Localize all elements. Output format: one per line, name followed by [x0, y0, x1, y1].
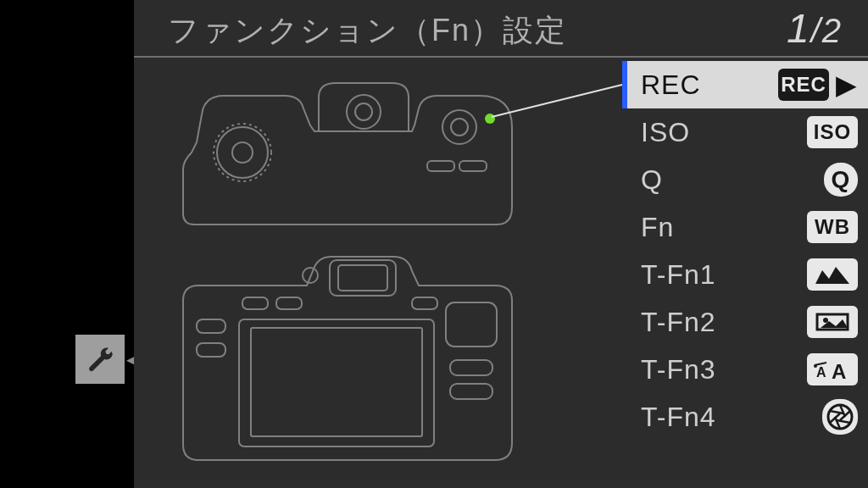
svg-point-9: [485, 114, 495, 124]
svg-text:A: A: [832, 360, 847, 382]
fn-label: T-Fn4: [641, 402, 716, 433]
fn-badge: A A: [807, 353, 858, 385]
preview-icon: [807, 306, 858, 338]
camera-top-outline: [158, 68, 536, 246]
svg-rect-19: [242, 297, 268, 309]
header: ファンクション（Fn）設定 1/2: [134, 0, 868, 56]
svg-rect-11: [338, 265, 387, 291]
svg-rect-20: [276, 297, 302, 309]
rec-icon: REC: [781, 73, 826, 97]
fn-label: ISO: [641, 117, 690, 148]
aa-icon: A A: [807, 353, 858, 385]
iso-icon: ISO: [814, 120, 851, 144]
svg-rect-12: [239, 319, 434, 446]
fn-row-iso[interactable]: ISO ISO: [622, 108, 868, 156]
svg-rect-14: [446, 302, 497, 347]
svg-point-2: [217, 127, 268, 178]
svg-point-27: [814, 364, 817, 368]
svg-rect-21: [412, 297, 437, 309]
camera-diagram: [158, 68, 536, 474]
fn-label: Q: [641, 164, 663, 196]
svg-point-29: [828, 405, 852, 429]
aperture-icon: [822, 399, 858, 435]
svg-text:A: A: [816, 365, 827, 380]
fn-row-tfn3[interactable]: T-Fn3 A A: [622, 346, 868, 393]
fn-badge: [807, 306, 858, 338]
fn-badge: [822, 399, 858, 435]
svg-rect-6: [459, 161, 487, 171]
fn-badge: Q: [824, 163, 858, 197]
wrench-icon: [86, 345, 114, 374]
svg-point-8: [451, 119, 468, 136]
fn-row-tfn4[interactable]: T-Fn4: [622, 393, 868, 441]
svg-point-3: [232, 142, 253, 163]
svg-point-1: [355, 103, 372, 120]
svg-point-0: [347, 95, 381, 129]
settings-tab[interactable]: [75, 335, 125, 384]
svg-rect-17: [197, 319, 225, 333]
svg-point-25: [823, 318, 828, 323]
fn-row-q[interactable]: Q Q: [622, 156, 868, 203]
fn-row-tfn1[interactable]: T-Fn1: [622, 251, 868, 298]
svg-rect-13: [251, 328, 422, 436]
histogram-icon: [807, 258, 858, 291]
header-divider: [134, 56, 868, 58]
fn-row-tfn2[interactable]: T-Fn2: [622, 298, 868, 346]
q-icon: Q: [832, 166, 851, 193]
fn-row-fn[interactable]: Fn WB: [622, 203, 868, 251]
fn-badge: [807, 258, 858, 291]
pager-total: /2: [811, 12, 843, 49]
svg-rect-18: [197, 343, 225, 357]
pager-current: 1: [787, 6, 811, 51]
page-title: ファンクション（Fn）設定: [168, 10, 567, 52]
fn-badge: REC ▶: [778, 69, 858, 101]
fn-badge: ISO: [807, 116, 858, 148]
fn-badge: WB: [807, 211, 858, 243]
fn-label: T-Fn2: [641, 307, 716, 338]
camera-back-outline: [158, 241, 536, 479]
fn-row-rec[interactable]: REC REC ▶: [622, 61, 868, 108]
fn-label: REC: [641, 69, 701, 101]
svg-rect-16: [450, 384, 492, 399]
svg-point-4: [214, 124, 271, 181]
pager: 1/2: [787, 5, 843, 52]
fn-list: REC REC ▶ ISO ISO Q Q Fn WB T-Fn1: [622, 61, 868, 441]
chevron-right-icon: ▶: [836, 69, 858, 101]
svg-point-7: [442, 110, 476, 144]
fn-label: Fn: [641, 212, 674, 243]
menu-screen: ファンクション（Fn）設定 1/2: [134, 0, 868, 488]
svg-rect-15: [450, 360, 492, 375]
fn-label: T-Fn1: [641, 259, 716, 291]
wb-icon: WB: [815, 215, 850, 239]
svg-rect-5: [427, 161, 454, 171]
fn-label: T-Fn3: [641, 354, 716, 385]
